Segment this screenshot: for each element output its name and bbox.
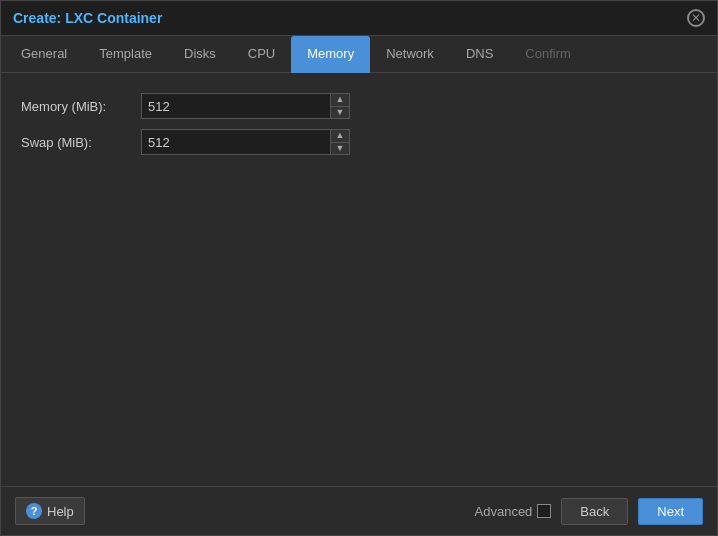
next-button[interactable]: Next	[638, 498, 703, 525]
dialog-title: Create: LXC Container	[13, 10, 162, 26]
tab-dns[interactable]: DNS	[450, 36, 509, 73]
close-button[interactable]: ✕	[687, 9, 705, 27]
tab-template[interactable]: Template	[83, 36, 168, 73]
swap-spinner: ▲ ▼	[141, 129, 350, 155]
advanced-container: Advanced	[475, 504, 552, 519]
arrow-down-icon: ▼	[336, 108, 345, 117]
memory-spinner: ▲ ▼	[141, 93, 350, 119]
swap-arrows: ▲ ▼	[331, 129, 350, 155]
memory-arrows: ▲ ▼	[331, 93, 350, 119]
arrow-up-icon: ▲	[336, 131, 345, 140]
memory-increment-button[interactable]: ▲	[331, 94, 349, 107]
footer: ? Help Advanced Back Next	[1, 486, 717, 535]
memory-label: Memory (MiB):	[21, 99, 141, 114]
close-icon: ✕	[691, 12, 701, 24]
title-bar: Create: LXC Container ✕	[1, 1, 717, 36]
help-icon: ?	[26, 503, 42, 519]
swap-row: Swap (MiB): ▲ ▼	[21, 129, 697, 155]
tab-confirm: Confirm	[509, 36, 587, 73]
help-button[interactable]: ? Help	[15, 497, 85, 525]
advanced-label: Advanced	[475, 504, 533, 519]
tab-content: Memory (MiB): ▲ ▼ Swap (MiB):	[1, 73, 717, 486]
tab-disks[interactable]: Disks	[168, 36, 232, 73]
back-button[interactable]: Back	[561, 498, 628, 525]
memory-decrement-button[interactable]: ▼	[331, 107, 349, 119]
tab-bar: General Template Disks CPU Memory Networ…	[1, 36, 717, 73]
advanced-checkbox[interactable]	[537, 504, 551, 518]
tab-memory[interactable]: Memory	[291, 36, 370, 73]
swap-input[interactable]	[141, 129, 331, 155]
tab-cpu[interactable]: CPU	[232, 36, 291, 73]
arrow-down-icon: ▼	[336, 144, 345, 153]
swap-label: Swap (MiB):	[21, 135, 141, 150]
arrow-up-icon: ▲	[336, 95, 345, 104]
tab-network[interactable]: Network	[370, 36, 450, 73]
tab-general[interactable]: General	[5, 36, 83, 73]
swap-increment-button[interactable]: ▲	[331, 130, 349, 143]
create-lxc-dialog: Create: LXC Container ✕ General Template…	[0, 0, 718, 536]
swap-decrement-button[interactable]: ▼	[331, 143, 349, 155]
help-label: Help	[47, 504, 74, 519]
footer-right: Advanced Back Next	[475, 498, 703, 525]
memory-row: Memory (MiB): ▲ ▼	[21, 93, 697, 119]
memory-input[interactable]	[141, 93, 331, 119]
